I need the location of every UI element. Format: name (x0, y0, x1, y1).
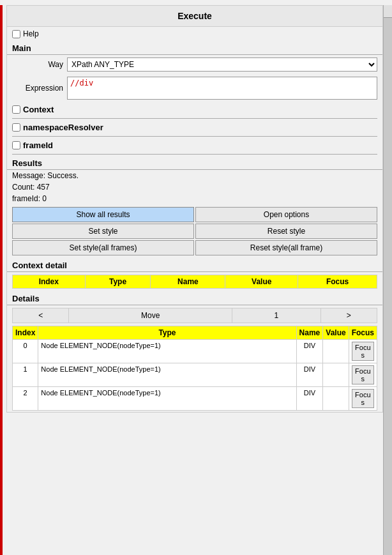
reset-style-all-frame-button[interactable]: Reset style(all frame) (195, 240, 377, 255)
results-count: Count: 457 (7, 181, 382, 193)
context-checkbox[interactable] (12, 105, 20, 114)
context-col-index: Index (13, 275, 86, 289)
results-buttons: Show all results Open options Set style … (7, 204, 382, 258)
context-col-type: Type (85, 275, 151, 289)
details-col-name: Name (296, 326, 323, 340)
row-name: DIV (296, 340, 323, 363)
row-focus: Focus (349, 363, 377, 387)
results-message: Message: Success. (7, 170, 382, 181)
row-type: Node ELEMENT_NODE(nodeType=1) (38, 387, 296, 411)
main-section-header: Main (7, 41, 382, 55)
help-label: Help (23, 29, 39, 38)
results-frameid: frameId: 0 (7, 193, 382, 204)
context-col-focus: Focus (298, 275, 377, 289)
nav-page-input[interactable]: 1 (232, 308, 321, 323)
dialog-title: Execute (7, 6, 382, 27)
focus-button[interactable]: Focus (352, 342, 374, 361)
row-name: DIV (296, 363, 323, 387)
context-label: Context (23, 105, 54, 114)
details-col-focus: Focus (349, 326, 377, 340)
frame-id-label: frameId (23, 141, 53, 150)
set-style-all-frames-button[interactable]: Set style(all frames) (12, 240, 194, 255)
row-type: Node ELEMENT_NODE(nodeType=1) (38, 363, 296, 387)
nav-move-label: Move (69, 308, 232, 323)
nav-next-button[interactable]: > (321, 308, 377, 323)
focus-button[interactable]: Focus (352, 389, 374, 408)
details-section-header: Details (7, 291, 382, 305)
details-col-value: Value (323, 326, 349, 340)
frame-id-row: frameId (7, 138, 382, 153)
frame-id-checkbox[interactable] (12, 141, 20, 149)
context-row: Context (7, 102, 382, 117)
details-nav-row: < Move 1 > (12, 308, 377, 323)
nav-prev-button[interactable]: < (13, 308, 69, 323)
row-index: 2 (13, 387, 38, 411)
table-row: 2 Node ELEMENT_NODE(nodeType=1) DIV Focu… (13, 387, 377, 411)
row-value (323, 387, 349, 411)
way-label: Way (12, 60, 63, 69)
namespace-resolver-checkbox[interactable] (12, 123, 20, 132)
details-col-type: Type (38, 326, 296, 340)
focus-button[interactable]: Focus (352, 365, 374, 384)
row-type: Node ELEMENT_NODE(nodeType=1) (38, 340, 296, 363)
context-detail-header: Context detail (7, 258, 382, 272)
details-col-index: Index (13, 326, 38, 340)
open-options-button[interactable]: Open options (195, 207, 377, 222)
results-section-header: Results (7, 156, 382, 170)
show-all-results-button[interactable]: Show all results (12, 207, 194, 222)
help-row: Help (7, 27, 382, 41)
details-table: Index Type Name Value Focus 0 Node ELEME… (12, 326, 377, 411)
namespace-resolver-row: namespaceResolver (7, 120, 382, 135)
expression-input[interactable] (67, 77, 377, 100)
title-text: Execute (177, 11, 212, 21)
context-detail-table: Index Type Name Value Focus (12, 275, 377, 289)
expression-row: Expression (7, 74, 382, 102)
row-focus: Focus (349, 340, 377, 363)
help-checkbox[interactable] (12, 30, 20, 38)
way-select[interactable]: XPath ANY_TYPE XPath STRING_TYPE XPath N… (67, 57, 377, 72)
row-index: 0 (13, 340, 38, 363)
row-name: DIV (296, 387, 323, 411)
row-value (323, 363, 349, 387)
table-row: 1 Node ELEMENT_NODE(nodeType=1) DIV Focu… (13, 363, 377, 387)
context-col-value: Value (225, 275, 298, 289)
row-index: 1 (13, 363, 38, 387)
row-value (323, 340, 349, 363)
context-col-name: Name (151, 275, 225, 289)
expression-label: Expression (12, 84, 63, 93)
reset-style-button[interactable]: Reset style (195, 224, 377, 239)
namespace-resolver-label: namespaceResolver (23, 123, 103, 132)
table-row: 0 Node ELEMENT_NODE(nodeType=1) DIV Focu… (13, 340, 377, 363)
set-style-button[interactable]: Set style (12, 224, 194, 239)
row-focus: Focus (349, 387, 377, 411)
way-row: Way XPath ANY_TYPE XPath STRING_TYPE XPa… (7, 55, 382, 74)
